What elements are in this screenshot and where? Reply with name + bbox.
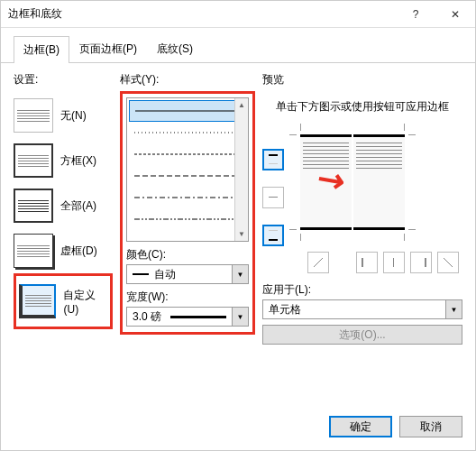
apply-to-label: 应用于(L): <box>262 282 462 298</box>
preset-grid[interactable]: 虚框(D) <box>14 228 113 273</box>
width-label: 宽度(W): <box>126 290 249 305</box>
color-value: 自动 <box>127 265 232 283</box>
highlight-custom: 自定义(U) <box>14 273 113 329</box>
preset-box-label: 方框(X) <box>60 153 96 169</box>
preset-all-label: 全部(A) <box>60 198 96 214</box>
border-diag-button[interactable] <box>307 252 329 273</box>
svg-line-15 <box>444 258 453 267</box>
scroll-down-icon[interactable]: ▼ <box>235 227 248 241</box>
preview-label: 预览 <box>262 72 462 87</box>
color-dropdown[interactable]: 自动 ▼ <box>126 264 249 284</box>
border-right-button[interactable] <box>410 252 432 273</box>
preset-grid-label: 虚框(D) <box>60 244 97 259</box>
preset-none-label: 无(N) <box>60 108 87 124</box>
close-button[interactable]: ✕ <box>435 1 475 28</box>
style-scrollbar[interactable]: ▲ ▼ <box>234 98 248 241</box>
chevron-down-icon: ▼ <box>232 308 248 326</box>
chevron-down-icon: ▼ <box>445 300 462 318</box>
svg-rect-13 <box>393 258 394 267</box>
style-listbox[interactable]: ▲ ▼ <box>126 97 249 242</box>
width-value: 3.0 磅 <box>127 308 232 326</box>
apply-to-dropdown[interactable]: 单元格 ▼ <box>262 299 462 319</box>
preview-diagram[interactable]: ↘ <box>289 124 416 241</box>
svg-rect-8 <box>269 197 278 198</box>
tab-shading[interactable]: 底纹(S) <box>147 35 203 62</box>
preset-none-icon <box>14 98 53 133</box>
tab-border[interactable]: 边框(B) <box>14 36 69 63</box>
tab-bar: 边框(B) 页面边框(P) 底纹(S) <box>1 28 475 63</box>
dialog-window: 边框和底纹 ? ✕ 边框(B) 页面边框(P) 底纹(S) 设置: 无(N) 方… <box>0 0 476 451</box>
preset-box[interactable]: 方框(X) <box>14 138 113 183</box>
line-style-dashed[interactable] <box>129 165 246 187</box>
left-border-buttons <box>262 122 284 246</box>
svg-rect-14 <box>425 258 426 267</box>
highlight-style: ▲ ▼ 颜色(C): 自动 ▼ 宽度(W): 3.0 磅 ▼ <box>120 91 255 335</box>
preset-none[interactable]: 无(N) <box>14 93 113 138</box>
preset-custom[interactable]: 自定义(U) <box>19 279 107 324</box>
svg-line-11 <box>314 258 323 267</box>
preset-grid-icon <box>14 234 53 268</box>
svg-rect-10 <box>269 239 278 241</box>
preview-column: 预览 单击下方图示或使用按钮可应用边框 ↘ <box>262 72 462 401</box>
line-style-dashed-fine[interactable] <box>129 143 246 165</box>
border-diag2-button[interactable] <box>437 252 459 273</box>
style-column: 样式(Y): ▲ ▼ 颜色(C): 自动 <box>120 72 255 401</box>
chevron-down-icon: ▼ <box>232 265 248 283</box>
svg-rect-12 <box>362 258 363 267</box>
settings-column: 设置: 无(N) 方框(X) 全部(A) 虚框(D) 自定义(U) <box>14 72 113 401</box>
ok-button[interactable]: 确定 <box>329 416 392 437</box>
line-style-dotted[interactable] <box>129 122 246 143</box>
color-label: 颜色(C): <box>126 247 249 262</box>
border-vmid-button[interactable] <box>383 252 405 273</box>
scroll-up-icon[interactable]: ▲ <box>235 98 248 112</box>
bottom-border-buttons <box>262 252 462 273</box>
help-button[interactable]: ? <box>396 1 435 28</box>
line-style-dashdot[interactable] <box>129 187 246 208</box>
tab-page-border[interactable]: 页面边框(P) <box>69 35 147 62</box>
line-style-dashdotdot[interactable] <box>129 208 246 230</box>
dialog-footer: 确定 取消 <box>1 407 475 450</box>
preview-area: ↘ <box>262 122 462 246</box>
settings-label: 设置: <box>14 72 113 87</box>
titlebar: 边框和底纹 ? ✕ <box>1 1 475 28</box>
preset-custom-label: 自定义(U) <box>63 288 107 316</box>
svg-rect-7 <box>269 163 278 164</box>
border-bottom-button[interactable] <box>262 225 284 246</box>
preset-custom-icon <box>19 284 56 318</box>
border-hmid-button[interactable] <box>262 187 284 208</box>
preset-all[interactable]: 全部(A) <box>14 183 113 228</box>
width-dropdown[interactable]: 3.0 磅 ▼ <box>126 307 249 327</box>
apply-to-value: 单元格 <box>269 302 301 318</box>
border-top-button[interactable] <box>262 149 284 170</box>
style-label: 样式(Y): <box>120 72 255 87</box>
window-title: 边框和底纹 <box>8 6 396 22</box>
options-button[interactable]: 选项(O)... <box>262 325 462 345</box>
line-style-solid[interactable] <box>129 100 246 122</box>
svg-rect-9 <box>269 230 278 231</box>
border-left-button[interactable] <box>356 252 378 273</box>
dialog-content: 设置: 无(N) 方框(X) 全部(A) 虚框(D) 自定义(U) <box>1 63 475 407</box>
svg-rect-6 <box>269 154 278 156</box>
cancel-button[interactable]: 取消 <box>399 416 462 437</box>
preview-hint: 单击下方图示或使用按钮可应用边框 <box>262 93 462 122</box>
preset-all-icon <box>14 189 53 223</box>
preset-box-icon <box>14 143 53 178</box>
